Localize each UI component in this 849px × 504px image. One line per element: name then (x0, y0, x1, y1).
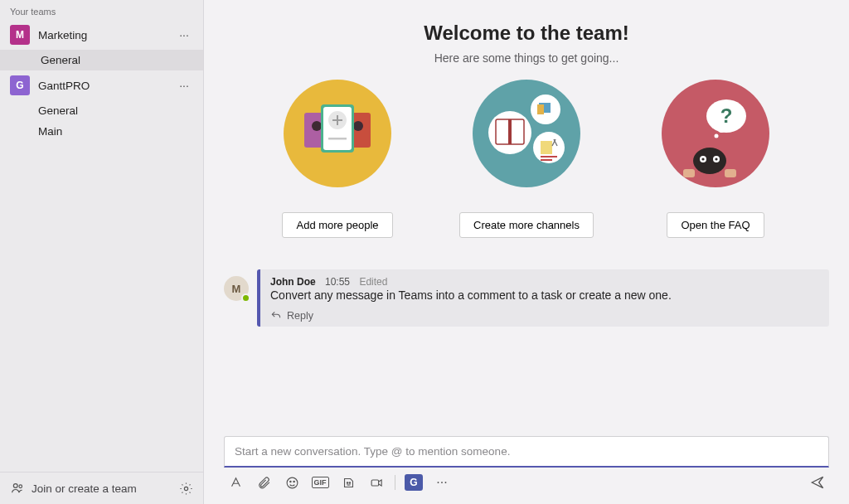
avatar-initial: M (232, 283, 241, 295)
open-faq-button[interactable]: Open the FAQ (667, 212, 764, 238)
sidebar-header: Your teams (0, 0, 203, 20)
svg-rect-32 (725, 169, 736, 177)
svg-rect-10 (328, 138, 347, 140)
card-open-faq: ? Open the FAQ (641, 80, 790, 238)
card-add-people: Add more people (263, 80, 412, 238)
composer-toolbar: GIF G ··· (224, 468, 829, 492)
svg-point-0 (13, 484, 17, 488)
message-meta: John Doe 10:55 Edited (270, 276, 819, 288)
message-row: M John Doe 10:55 Edited Convert any mess… (204, 264, 849, 327)
svg-point-30 (715, 158, 717, 160)
svg-point-24 (715, 134, 719, 138)
reply-button[interactable]: Reply (270, 310, 819, 322)
reply-label: Reply (287, 310, 313, 322)
create-channels-button[interactable]: Create more channels (459, 212, 594, 238)
team-item-marketing[interactable]: M Marketing ··· (0, 20, 203, 50)
svg-rect-13 (537, 104, 544, 114)
card-create-channels: Create more channels (452, 80, 601, 238)
message-author: John Doe (270, 276, 316, 288)
svg-point-26 (693, 148, 726, 174)
more-icon[interactable]: ··· (175, 79, 193, 92)
channel-main-ganttpro[interactable]: Main (0, 121, 203, 142)
people-icon (10, 481, 25, 496)
svg-point-35 (293, 481, 294, 482)
gif-icon[interactable]: GIF (308, 472, 332, 492)
svg-rect-17 (541, 159, 552, 161)
message-edited-label: Edited (359, 276, 387, 288)
svg-point-23 (718, 126, 725, 133)
team-avatar: M (10, 25, 30, 45)
composer-wrap: Start a new conversation. Type @ to ment… (204, 436, 849, 504)
svg-text:?: ? (720, 104, 733, 127)
main: Welcome to the team! Here are some thing… (204, 0, 849, 504)
message-time: 10:55 (325, 276, 350, 288)
svg-point-2 (184, 487, 187, 490)
svg-point-36 (347, 482, 347, 482)
team-avatar: G (10, 75, 30, 95)
composer-input[interactable]: Start a new conversation. Type @ to ment… (224, 436, 829, 468)
format-icon[interactable] (224, 472, 247, 492)
emoji-icon[interactable] (280, 472, 303, 492)
svg-point-6 (353, 121, 363, 131)
separator (395, 475, 395, 490)
svg-rect-15 (541, 141, 552, 154)
join-team-label[interactable]: Join or create a team (32, 482, 179, 495)
svg-rect-16 (541, 156, 557, 158)
welcome-subtitle: Here are some things to get going... (204, 51, 849, 65)
svg-point-28 (701, 158, 704, 160)
add-people-button[interactable]: Add more people (282, 212, 392, 238)
send-icon[interactable] (806, 472, 829, 492)
svg-point-33 (287, 477, 298, 488)
sidebar: Your teams M Marketing ··· General G Gan… (0, 0, 204, 504)
svg-point-37 (349, 482, 350, 482)
gear-icon[interactable] (179, 482, 193, 496)
svg-rect-31 (683, 169, 695, 177)
svg-rect-21 (508, 119, 512, 144)
open-faq-illustration: ? (662, 80, 769, 187)
message-text: Convert any message in Teams into a comm… (270, 288, 819, 302)
team-item-ganttpro[interactable]: G GanttPRO ··· (0, 70, 203, 100)
channel-general-ganttpro[interactable]: General (0, 100, 203, 121)
message-avatar: M (224, 276, 249, 301)
sidebar-footer: Join or create a team (0, 472, 203, 504)
more-apps-icon[interactable]: ··· (430, 472, 454, 492)
meet-now-icon[interactable] (365, 472, 388, 492)
message-body[interactable]: John Doe 10:55 Edited Convert any messag… (257, 269, 829, 327)
svg-rect-38 (371, 479, 379, 485)
team-name: Marketing (38, 29, 175, 41)
channel-general-marketing[interactable]: General (0, 50, 203, 70)
add-people-illustration (284, 80, 391, 187)
more-icon[interactable]: ··· (175, 28, 193, 41)
cards-row: Add more people (204, 80, 849, 238)
team-name: GanttPRO (38, 80, 175, 92)
create-channels-illustration (473, 80, 580, 187)
reply-icon (270, 310, 282, 322)
sticker-icon[interactable] (337, 472, 360, 492)
svg-point-1 (19, 485, 22, 488)
welcome-title: Welcome to the team! (204, 22, 849, 45)
welcome-section: Welcome to the team! Here are some thing… (204, 0, 849, 251)
presence-available-icon (241, 293, 250, 303)
svg-point-4 (312, 121, 322, 131)
ganttpro-app-icon[interactable]: G (402, 472, 425, 492)
svg-point-34 (289, 481, 290, 482)
attach-icon[interactable] (252, 472, 275, 492)
